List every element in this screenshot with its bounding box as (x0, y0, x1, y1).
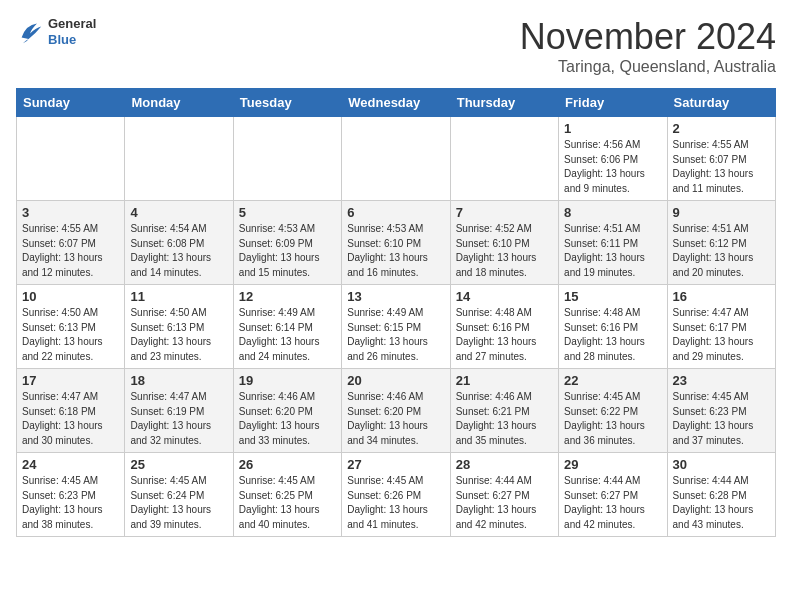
calendar-cell: 6Sunrise: 4:53 AM Sunset: 6:10 PM Daylig… (342, 201, 450, 285)
calendar-cell: 2Sunrise: 4:55 AM Sunset: 6:07 PM Daylig… (667, 117, 775, 201)
calendar-header-row: SundayMondayTuesdayWednesdayThursdayFrid… (17, 89, 776, 117)
calendar-cell: 1Sunrise: 4:56 AM Sunset: 6:06 PM Daylig… (559, 117, 667, 201)
calendar-cell (342, 117, 450, 201)
calendar-cell: 5Sunrise: 4:53 AM Sunset: 6:09 PM Daylig… (233, 201, 341, 285)
day-number: 24 (22, 457, 119, 472)
logo-general-text: General (48, 16, 96, 32)
calendar-cell: 23Sunrise: 4:45 AM Sunset: 6:23 PM Dayli… (667, 369, 775, 453)
day-info: Sunrise: 4:50 AM Sunset: 6:13 PM Dayligh… (22, 306, 119, 364)
calendar-cell: 8Sunrise: 4:51 AM Sunset: 6:11 PM Daylig… (559, 201, 667, 285)
day-info: Sunrise: 4:54 AM Sunset: 6:08 PM Dayligh… (130, 222, 227, 280)
calendar-cell (125, 117, 233, 201)
day-info: Sunrise: 4:45 AM Sunset: 6:26 PM Dayligh… (347, 474, 444, 532)
calendar-cell: 18Sunrise: 4:47 AM Sunset: 6:19 PM Dayli… (125, 369, 233, 453)
calendar-cell: 26Sunrise: 4:45 AM Sunset: 6:25 PM Dayli… (233, 453, 341, 537)
day-number: 26 (239, 457, 336, 472)
day-number: 8 (564, 205, 661, 220)
calendar-cell: 25Sunrise: 4:45 AM Sunset: 6:24 PM Dayli… (125, 453, 233, 537)
day-number: 20 (347, 373, 444, 388)
day-info: Sunrise: 4:45 AM Sunset: 6:22 PM Dayligh… (564, 390, 661, 448)
calendar-cell: 28Sunrise: 4:44 AM Sunset: 6:27 PM Dayli… (450, 453, 558, 537)
location: Taringa, Queensland, Australia (520, 58, 776, 76)
day-info: Sunrise: 4:45 AM Sunset: 6:23 PM Dayligh… (673, 390, 770, 448)
calendar-cell: 7Sunrise: 4:52 AM Sunset: 6:10 PM Daylig… (450, 201, 558, 285)
day-info: Sunrise: 4:44 AM Sunset: 6:28 PM Dayligh… (673, 474, 770, 532)
day-info: Sunrise: 4:44 AM Sunset: 6:27 PM Dayligh… (564, 474, 661, 532)
day-info: Sunrise: 4:44 AM Sunset: 6:27 PM Dayligh… (456, 474, 553, 532)
calendar-cell: 24Sunrise: 4:45 AM Sunset: 6:23 PM Dayli… (17, 453, 125, 537)
calendar-cell: 29Sunrise: 4:44 AM Sunset: 6:27 PM Dayli… (559, 453, 667, 537)
day-number: 27 (347, 457, 444, 472)
calendar-cell: 16Sunrise: 4:47 AM Sunset: 6:17 PM Dayli… (667, 285, 775, 369)
day-number: 18 (130, 373, 227, 388)
calendar-week-row: 10Sunrise: 4:50 AM Sunset: 6:13 PM Dayli… (17, 285, 776, 369)
day-number: 28 (456, 457, 553, 472)
day-number: 16 (673, 289, 770, 304)
day-info: Sunrise: 4:56 AM Sunset: 6:06 PM Dayligh… (564, 138, 661, 196)
calendar-cell (450, 117, 558, 201)
calendar-week-row: 24Sunrise: 4:45 AM Sunset: 6:23 PM Dayli… (17, 453, 776, 537)
calendar-cell: 20Sunrise: 4:46 AM Sunset: 6:20 PM Dayli… (342, 369, 450, 453)
day-info: Sunrise: 4:51 AM Sunset: 6:11 PM Dayligh… (564, 222, 661, 280)
day-info: Sunrise: 4:53 AM Sunset: 6:09 PM Dayligh… (239, 222, 336, 280)
day-number: 15 (564, 289, 661, 304)
day-info: Sunrise: 4:48 AM Sunset: 6:16 PM Dayligh… (564, 306, 661, 364)
day-number: 4 (130, 205, 227, 220)
calendar-cell: 22Sunrise: 4:45 AM Sunset: 6:22 PM Dayli… (559, 369, 667, 453)
col-header-friday: Friday (559, 89, 667, 117)
day-info: Sunrise: 4:53 AM Sunset: 6:10 PM Dayligh… (347, 222, 444, 280)
day-number: 11 (130, 289, 227, 304)
day-number: 9 (673, 205, 770, 220)
calendar-week-row: 17Sunrise: 4:47 AM Sunset: 6:18 PM Dayli… (17, 369, 776, 453)
day-info: Sunrise: 4:52 AM Sunset: 6:10 PM Dayligh… (456, 222, 553, 280)
day-number: 1 (564, 121, 661, 136)
calendar-cell: 4Sunrise: 4:54 AM Sunset: 6:08 PM Daylig… (125, 201, 233, 285)
calendar-cell: 13Sunrise: 4:49 AM Sunset: 6:15 PM Dayli… (342, 285, 450, 369)
day-number: 2 (673, 121, 770, 136)
col-header-tuesday: Tuesday (233, 89, 341, 117)
day-number: 21 (456, 373, 553, 388)
day-number: 13 (347, 289, 444, 304)
day-number: 7 (456, 205, 553, 220)
calendar-week-row: 1Sunrise: 4:56 AM Sunset: 6:06 PM Daylig… (17, 117, 776, 201)
day-number: 5 (239, 205, 336, 220)
col-header-sunday: Sunday (17, 89, 125, 117)
day-number: 12 (239, 289, 336, 304)
day-number: 19 (239, 373, 336, 388)
logo: General Blue (16, 16, 96, 47)
calendar-table: SundayMondayTuesdayWednesdayThursdayFrid… (16, 88, 776, 537)
col-header-wednesday: Wednesday (342, 89, 450, 117)
calendar-week-row: 3Sunrise: 4:55 AM Sunset: 6:07 PM Daylig… (17, 201, 776, 285)
day-info: Sunrise: 4:46 AM Sunset: 6:20 PM Dayligh… (347, 390, 444, 448)
day-info: Sunrise: 4:45 AM Sunset: 6:23 PM Dayligh… (22, 474, 119, 532)
day-info: Sunrise: 4:45 AM Sunset: 6:25 PM Dayligh… (239, 474, 336, 532)
day-info: Sunrise: 4:55 AM Sunset: 6:07 PM Dayligh… (22, 222, 119, 280)
calendar-cell: 15Sunrise: 4:48 AM Sunset: 6:16 PM Dayli… (559, 285, 667, 369)
day-number: 6 (347, 205, 444, 220)
calendar-cell: 14Sunrise: 4:48 AM Sunset: 6:16 PM Dayli… (450, 285, 558, 369)
day-info: Sunrise: 4:47 AM Sunset: 6:18 PM Dayligh… (22, 390, 119, 448)
month-title: November 2024 (520, 16, 776, 58)
day-number: 30 (673, 457, 770, 472)
day-info: Sunrise: 4:51 AM Sunset: 6:12 PM Dayligh… (673, 222, 770, 280)
calendar-cell: 3Sunrise: 4:55 AM Sunset: 6:07 PM Daylig… (17, 201, 125, 285)
col-header-thursday: Thursday (450, 89, 558, 117)
day-number: 14 (456, 289, 553, 304)
day-info: Sunrise: 4:46 AM Sunset: 6:20 PM Dayligh… (239, 390, 336, 448)
calendar-cell: 12Sunrise: 4:49 AM Sunset: 6:14 PM Dayli… (233, 285, 341, 369)
day-number: 3 (22, 205, 119, 220)
day-info: Sunrise: 4:47 AM Sunset: 6:19 PM Dayligh… (130, 390, 227, 448)
calendar-cell: 27Sunrise: 4:45 AM Sunset: 6:26 PM Dayli… (342, 453, 450, 537)
calendar-cell: 17Sunrise: 4:47 AM Sunset: 6:18 PM Dayli… (17, 369, 125, 453)
day-info: Sunrise: 4:48 AM Sunset: 6:16 PM Dayligh… (456, 306, 553, 364)
logo-bird-icon (16, 18, 44, 46)
title-area: November 2024 Taringa, Queensland, Austr… (520, 16, 776, 76)
day-info: Sunrise: 4:49 AM Sunset: 6:14 PM Dayligh… (239, 306, 336, 364)
calendar-cell: 19Sunrise: 4:46 AM Sunset: 6:20 PM Dayli… (233, 369, 341, 453)
day-number: 25 (130, 457, 227, 472)
calendar-cell (233, 117, 341, 201)
calendar-cell: 9Sunrise: 4:51 AM Sunset: 6:12 PM Daylig… (667, 201, 775, 285)
day-info: Sunrise: 4:55 AM Sunset: 6:07 PM Dayligh… (673, 138, 770, 196)
logo-text: General Blue (48, 16, 96, 47)
calendar-cell: 21Sunrise: 4:46 AM Sunset: 6:21 PM Dayli… (450, 369, 558, 453)
